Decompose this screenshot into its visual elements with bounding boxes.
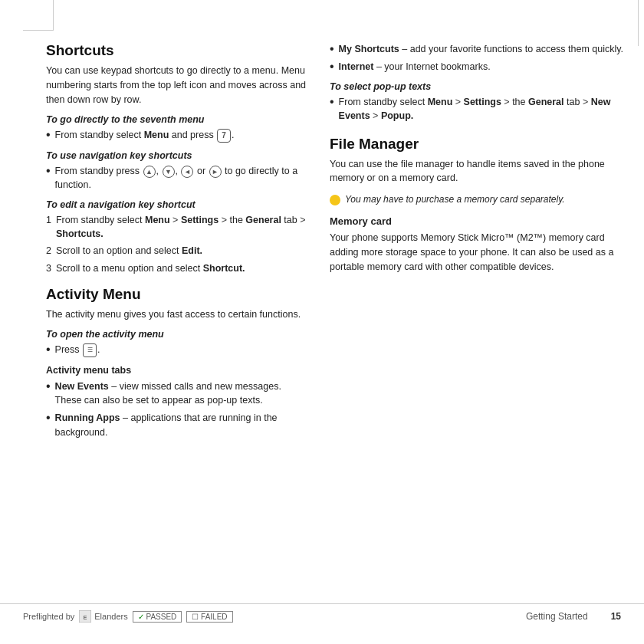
warning-icon (330, 195, 340, 205)
fold-mark-left (23, 0, 54, 31)
shortcuts-title: Shortcuts (46, 42, 307, 59)
num-1: 1 (46, 213, 51, 227)
bullet-dot-4: • (46, 380, 51, 393)
shortcuts-body: You can use keypad shortcuts to go direc… (46, 64, 307, 107)
file-manager-body: You can use the file manager to handle i… (330, 157, 629, 186)
numbered-item-2: 2 Scroll to an option and select Edit. (46, 244, 307, 258)
bullet-my-shortcuts: • My Shortcuts – add your favorite funct… (330, 42, 629, 56)
bullet-dot-3: • (46, 343, 51, 356)
new-events-label: New Events (55, 381, 109, 392)
fold-mark-right (638, 0, 644, 46)
memory-card-section: Memory card Your phone supports Memory S… (330, 215, 629, 274)
key-7-icon: 7 (217, 129, 231, 143)
failed-badge: ☐ FAILED (186, 611, 232, 623)
internet-content: Internet – your Internet bookmarks. (339, 60, 629, 74)
check-icon: ✓ (138, 613, 144, 621)
bullet-open-activity: • Press ☰. (46, 343, 307, 357)
my-shortcuts-label: My Shortcuts (339, 44, 399, 54)
memory-card-body: Your phone supports Memory Stick Micro™ … (330, 231, 629, 274)
file-manager-section: File Manager You can use the file manage… (330, 136, 629, 274)
main-content: Shortcuts You can use keypad shortcuts t… (46, 42, 629, 443)
warning-text: You may have to purchase a memory card s… (345, 193, 629, 206)
activity-menu-body: The activity menu gives you fast access … (46, 307, 307, 322)
general-kw: General (245, 215, 281, 225)
bullet-running-apps: • Running Apps – applications that are r… (46, 411, 307, 439)
bullet-dot-7: • (330, 61, 334, 73)
bullet-dot-5: • (46, 412, 51, 424)
arrow-left-icon: ◄ (181, 166, 193, 178)
preflighted-label: Preflighted by (23, 612, 74, 621)
section-footer-label: Getting Started (526, 611, 588, 622)
press-content: Press ☰. (55, 343, 307, 357)
svg-text:E: E (84, 615, 87, 620)
bullet-new-events: • New Events – view missed calls and new… (46, 380, 307, 407)
sub-heading-open-activity: To open the activity menu (46, 329, 307, 340)
bullet-dot-2: • (46, 165, 51, 177)
popup-kw: Popup. (381, 110, 413, 121)
shortcuts-section: Shortcuts You can use keypad shortcuts t… (46, 42, 307, 275)
bullet-dot-6: • (330, 43, 334, 55)
num-2: 2 (46, 244, 51, 258)
left-column: Shortcuts You can use keypad shortcuts t… (46, 42, 307, 443)
elanders-logo: E Elanders (79, 610, 127, 623)
page: Shortcuts You can use keypad shortcuts t… (0, 0, 644, 644)
menu-keyword: Menu (144, 130, 169, 140)
memory-card-title: Memory card (330, 215, 629, 227)
numbered-item-1: 1 From standby select Menu > Settings > … (46, 213, 307, 241)
running-apps-label: Running Apps (55, 412, 120, 423)
failed-label: FAILED (201, 613, 227, 621)
right-column: • My Shortcuts – add your favorite funct… (330, 42, 629, 443)
sub-heading-popup: To select pop-up texts (330, 81, 629, 92)
my-shortcuts-desc: – add your favorite functions to access … (402, 44, 623, 54)
internet-label: Internet (339, 61, 374, 72)
activity-menu-section: Activity Menu The activity menu gives yo… (46, 286, 307, 439)
settings-kw: Settings (181, 215, 219, 225)
passed-label: PASSED (146, 613, 176, 621)
num-3: 3 (46, 261, 51, 275)
bullet-warning: You may have to purchase a memory card s… (330, 193, 629, 206)
bullet-popup: • From standby select Menu > Settings > … (330, 95, 629, 123)
sub-heading-nav-shortcuts: To use navigation key shortcuts (46, 150, 307, 161)
shortcut-kw: Shortcut. (203, 263, 245, 274)
internet-desc: – your Internet bookmarks. (376, 61, 491, 72)
activity-menu-icon: ☰ (83, 343, 97, 357)
step1-content: From standby select Menu > Settings > th… (56, 213, 307, 241)
arrow-right-icon: ► (209, 166, 222, 178)
bullet-seventh-menu: • From standby select Menu and press 7. (46, 128, 307, 143)
company-name: Elanders (94, 612, 127, 621)
page-number: 15 (611, 611, 621, 622)
menu-kw1: Menu (145, 215, 170, 225)
passed-badge: ✓ PASSED (133, 611, 182, 623)
footer: Preflighted by E Elanders ✓ PASSED ☐ FAI… (0, 603, 644, 623)
footer-left: Preflighted by E Elanders ✓ PASSED ☐ FAI… (23, 610, 233, 623)
bullet-internet: • Internet – your Internet bookmarks. (330, 60, 629, 74)
bullet-nav-content: From standby press ▲, ▼, ◄ or ► to go di… (55, 164, 307, 192)
shortcuts-kw: Shortcuts. (56, 228, 104, 239)
step3-content: Scroll to a menu option and select Short… (56, 261, 307, 275)
popup-content: From standby select Menu > Settings > th… (339, 95, 629, 123)
bullet-content: From standby select Menu and press 7. (55, 128, 307, 143)
elanders-icon: E (79, 610, 91, 623)
checkbox-failed-icon: ☐ (192, 613, 199, 621)
menu-kw2: Menu (428, 97, 453, 107)
edit-kw: Edit. (182, 245, 202, 256)
file-manager-title: File Manager (330, 136, 629, 153)
general-kw2: General (528, 97, 564, 107)
settings-kw2: Settings (464, 97, 501, 107)
activity-tabs-heading: Activity menu tabs (46, 365, 307, 376)
new-events-content: New Events – view missed calls and new m… (55, 380, 307, 407)
sub-heading-edit-shortcut: To edit a navigation key shortcut (46, 199, 307, 210)
my-shortcuts-content: My Shortcuts – add your favorite functio… (339, 42, 629, 56)
bullet-dot-8: • (330, 96, 334, 108)
bullet-dot: • (46, 129, 51, 141)
running-apps-content: Running Apps – applications that are run… (55, 411, 307, 439)
activity-menu-title: Activity Menu (46, 286, 307, 303)
footer-right: Getting Started 15 (526, 611, 621, 622)
sub-heading-seventh-menu: To go directly to the seventh menu (46, 114, 307, 125)
numbered-item-3: 3 Scroll to a menu option and select Sho… (46, 261, 307, 275)
arrow-up-icon: ▲ (143, 166, 156, 178)
arrow-down-icon: ▼ (163, 166, 175, 178)
step2-content: Scroll to an option and select Edit. (56, 244, 307, 258)
bullet-nav-shortcuts: • From standby press ▲, ▼, ◄ or ► to go … (46, 164, 307, 192)
